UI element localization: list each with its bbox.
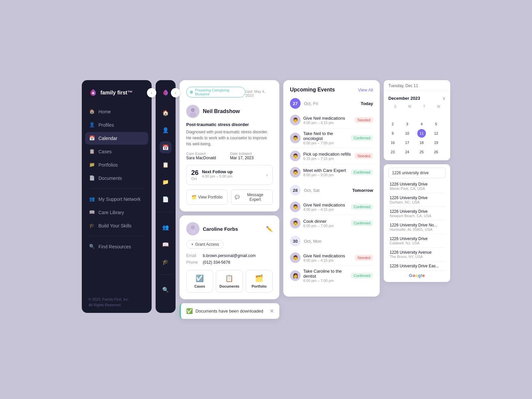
sidebar-item-library[interactable]: 📖 Care Library (85, 206, 148, 219)
search-result[interactable]: 1226 University Drive Eas... (388, 261, 446, 271)
cal-cell[interactable] (432, 110, 441, 119)
event-info: Give Neil medications 4:00 pm – 4:15 pm (303, 253, 352, 262)
mini-skills[interactable]: 🎓 (160, 256, 172, 268)
search-result[interactable]: 1226 University Avenue The Bronx, NY, US… (388, 248, 446, 261)
email-row: Email b.brown.personal@gmail.com (186, 253, 273, 258)
status-badge: Confirmed (351, 220, 373, 226)
toast-left: ✅ Documents have been downloaded (186, 308, 263, 314)
cal-cell[interactable]: 10 (403, 129, 412, 138)
mini-calendar[interactable]: 📅 (160, 141, 172, 153)
mini-portfolios[interactable]: 📁 (160, 176, 172, 188)
portfolio-action-btn[interactable]: 🗂️ Portfolio (246, 270, 273, 293)
cal-cell[interactable]: 26 (432, 148, 441, 156)
date-badge-2: 28 (290, 185, 301, 196)
view-all-link[interactable]: View All (358, 87, 373, 92)
message-expert-btn[interactable]: 💬 Message Expert (231, 190, 273, 205)
search-result[interactable]: 1226 University Drive Menlo Park, CA, US… (388, 180, 446, 193)
cal-cell[interactable]: 16 (388, 138, 397, 147)
cal-cell[interactable]: 4 (417, 120, 426, 128)
skills-icon: 🎓 (89, 223, 95, 229)
calendar-widget: December 2023 ∨ S M T W 2 3 4 (384, 91, 450, 160)
event-avatar: 👨 (290, 115, 301, 125)
edit-icon[interactable]: ✏️ (266, 226, 273, 232)
followup-box[interactable]: 26 Oct Next Follow up 4:00 pm – 5:00 pm … (186, 165, 273, 185)
search-result[interactable]: 1226 University Drive Caldwell, NJ, USA (388, 234, 446, 248)
cal-cell-today[interactable]: 11 (417, 129, 426, 138)
event-item: 👨 Meet with Care Expert 8:00 pm – 9:00 p… (290, 164, 373, 180)
sidebar-collapse-btn[interactable]: ‹ (147, 88, 156, 97)
cal-cell[interactable]: 19 (432, 138, 441, 147)
search-dropdown: 1226 University Drive Menlo Park, CA, US… (388, 180, 446, 279)
card-meta: Preparing Caregiving Blueprint Upd: May … (186, 87, 273, 100)
profiles-icon: 👤 (89, 122, 95, 128)
search-result[interactable]: 1226 University Drive No... Huntsville, … (388, 220, 446, 234)
cal-cell[interactable]: 25 (417, 148, 426, 156)
sidebar-item-cases[interactable]: 📋 Cases (85, 145, 148, 158)
sidebar-item-skills[interactable]: 🎓 Build Your Skills (85, 219, 148, 232)
event-info: Give Neil medications 4:00 pm – 4:15 pm (303, 116, 352, 125)
mini-profiles[interactable]: 👤 (160, 124, 172, 136)
cal-day-s: S (388, 104, 402, 109)
cal-cell[interactable]: 3 (403, 120, 412, 128)
event-info: Give Neil medications 4:00 pm – 4:15 pm (303, 202, 348, 211)
sidebar-item-profiles[interactable]: 👤 Profiles (85, 119, 148, 131)
sidebar-item-calendar[interactable]: 📅 Calendar (85, 132, 148, 145)
sidebar-item-documents[interactable]: 📄 Documents (85, 172, 148, 185)
google-badge: Google (388, 271, 446, 279)
event-info: Take Neil to the oncologist 6:00 pm – 7:… (303, 131, 348, 145)
cal-cell[interactable]: 2 (388, 120, 397, 128)
cal-cell[interactable]: 18 (417, 138, 426, 147)
mini-divider2 (158, 274, 174, 277)
mini-cases[interactable]: 📋 (160, 159, 172, 171)
cal-cell[interactable]: 24 (403, 148, 412, 156)
cal-cell[interactable] (417, 110, 426, 119)
cal-cell[interactable] (388, 110, 397, 119)
sidebar-item-label: Portfolios (98, 162, 118, 168)
search-result[interactable]: 1226 University Drive Durham, NC, USA (388, 193, 446, 207)
mini-support[interactable]: 👥 (160, 221, 172, 233)
mini-home[interactable]: 🏠 (160, 107, 172, 119)
diagnosis-text: Diagnosed with post-traumatic stress dis… (186, 129, 273, 147)
status-badge: Needed (355, 255, 373, 261)
view-portfolio-btn[interactable]: 🗂️ View Portfolio (186, 190, 228, 205)
cal-cell[interactable]: 23 (388, 148, 397, 156)
search-input[interactable] (388, 168, 446, 178)
search-result[interactable]: 1226 University Drive Newport Beach, CA,… (388, 207, 446, 220)
event-info: Pick up medication refills 6:15 pm – 7:1… (303, 152, 352, 161)
cal-cell[interactable]: 9 (388, 129, 397, 138)
mini-library[interactable]: 📖 (160, 238, 172, 250)
message-icon: 💬 (235, 195, 240, 200)
logo-text: family first™ (100, 90, 133, 96)
sidebar-item-home[interactable]: 🏠 Home (85, 105, 148, 118)
date-initiated: Date Initiated Mar 17, 2023 (230, 152, 273, 160)
contact-name: Caroline Forbs (203, 226, 238, 232)
status-badge: Confirmed (351, 169, 373, 175)
cal-cell[interactable]: 17 (403, 138, 412, 147)
sidebar-item-support[interactable]: 👥 My Support Network (85, 193, 148, 205)
cases-action-btn[interactable]: ☑️ Cases (186, 270, 213, 293)
status-badge: Needed (355, 153, 373, 159)
mini-divider (158, 212, 174, 214)
event-avatar: 👨 (290, 201, 301, 212)
cal-next-btn[interactable]: ∨ (442, 95, 446, 101)
event-avatar: 👨 (290, 151, 301, 161)
cal-cell[interactable] (403, 110, 412, 119)
mini-find[interactable]: 🔍 (160, 284, 172, 296)
cal-cell[interactable]: 12 (432, 129, 441, 138)
sidebar-item-find[interactable]: 🔍 Find Resources (85, 240, 148, 253)
sidebar-item-portfolios[interactable]: 📁 Portfolios (85, 159, 148, 171)
calendar-icon: 📅 (89, 135, 95, 141)
contact-actions: ☑️ Cases 📋 Documents 🗂️ Portfolio (186, 270, 273, 293)
svg-point-0 (92, 92, 94, 94)
cal-cell[interactable]: 5 (432, 120, 441, 128)
documents-action-btn[interactable]: 📋 Documents (216, 270, 243, 293)
sidebar-logo: family first™ (82, 88, 152, 105)
toast-close-btn[interactable]: ✕ (270, 308, 274, 314)
mini-documents[interactable]: 📄 (160, 193, 172, 205)
person-avatar (186, 105, 200, 118)
grant-access-btn[interactable]: + Grant Access (186, 240, 224, 249)
svg-point-4 (190, 112, 196, 117)
update-date: Upd: May 4, 2023 (245, 89, 273, 97)
svg-point-5 (191, 225, 195, 229)
mini-expand-btn[interactable]: › (171, 88, 180, 97)
